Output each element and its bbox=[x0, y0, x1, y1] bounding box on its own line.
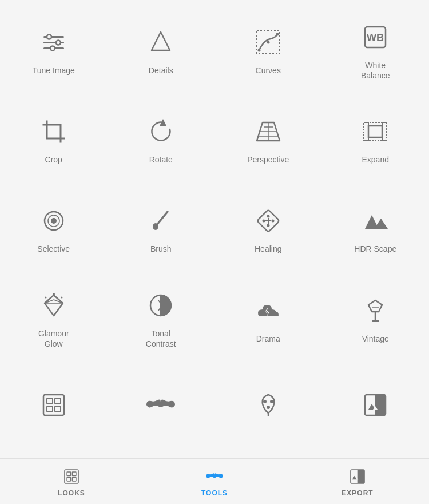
expand-icon bbox=[358, 114, 392, 149]
svg-point-44 bbox=[61, 296, 62, 298]
tool-rotate[interactable]: Rotate bbox=[108, 95, 215, 184]
tonal-contrast-icon bbox=[144, 288, 178, 323]
svg-rect-70 bbox=[67, 477, 71, 481]
svg-marker-74 bbox=[352, 475, 357, 479]
svg-rect-53 bbox=[43, 395, 64, 415]
svg-text:WB: WB bbox=[367, 32, 384, 43]
hdr-scape-icon bbox=[358, 204, 392, 238]
svg-line-28 bbox=[157, 212, 168, 224]
tool-hdr-scape[interactable]: HDR Scape bbox=[322, 184, 430, 273]
nav-tools-icon bbox=[204, 466, 225, 487]
svg-marker-49 bbox=[368, 300, 382, 312]
svg-rect-69 bbox=[72, 472, 76, 476]
svg-point-32 bbox=[267, 224, 269, 227]
tool-glamour-glow[interactable]: GlamourGlow bbox=[0, 274, 108, 363]
nav-looks-icon bbox=[61, 466, 82, 487]
expand-label: Expand bbox=[362, 154, 389, 165]
svg-rect-73 bbox=[358, 470, 364, 483]
curves-icon bbox=[251, 25, 285, 59]
svg-point-58 bbox=[263, 400, 267, 403]
svg-rect-67 bbox=[65, 470, 78, 483]
bottom-navigation: LOOKS TOOLS EXPORT bbox=[0, 458, 429, 504]
svg-rect-1 bbox=[50, 36, 64, 38]
hdr-scape-label: HDR Scape bbox=[354, 244, 396, 254]
svg-point-8 bbox=[50, 46, 55, 51]
tool-selective[interactable]: Selective bbox=[0, 184, 108, 273]
svg-point-59 bbox=[270, 400, 273, 403]
svg-marker-38 bbox=[374, 219, 388, 229]
nav-export[interactable]: EXPORT bbox=[286, 459, 429, 504]
nav-tools[interactable]: TOOLS bbox=[143, 459, 286, 504]
rotate-icon bbox=[144, 114, 178, 149]
svg-point-43 bbox=[53, 293, 55, 295]
tool-vintage[interactable]: Vintage bbox=[322, 274, 430, 363]
tool-tonal-contrast[interactable]: TonalContrast bbox=[108, 274, 215, 363]
svg-rect-54 bbox=[47, 398, 53, 404]
snapseed-icon bbox=[251, 388, 285, 422]
details-icon bbox=[144, 25, 178, 59]
rotate-label: Rotate bbox=[149, 154, 173, 165]
tool-export-icon-row[interactable] bbox=[322, 363, 430, 453]
tune-image-label: Tune Image bbox=[33, 65, 75, 76]
tool-perspective[interactable]: Perspective bbox=[214, 95, 322, 184]
tool-details[interactable]: Details bbox=[108, 6, 215, 95]
healing-label: Healing bbox=[255, 244, 281, 254]
svg-point-26 bbox=[51, 218, 57, 224]
svg-rect-24 bbox=[368, 126, 382, 137]
selective-icon bbox=[37, 204, 71, 238]
tool-tools-icon-row[interactable] bbox=[108, 363, 215, 453]
svg-rect-64 bbox=[377, 395, 386, 415]
tool-brush[interactable]: Brush bbox=[108, 184, 215, 273]
nav-looks[interactable]: LOOKS bbox=[0, 459, 143, 504]
tool-drama[interactable]: Drama bbox=[214, 274, 322, 363]
details-label: Details bbox=[149, 65, 173, 76]
export-icon bbox=[358, 388, 392, 422]
svg-point-7 bbox=[56, 41, 61, 45]
svg-marker-9 bbox=[152, 32, 170, 50]
healing-icon bbox=[251, 204, 285, 238]
svg-marker-39 bbox=[45, 295, 63, 316]
tool-expand[interactable]: Expand bbox=[322, 95, 430, 184]
svg-rect-68 bbox=[67, 472, 71, 476]
svg-point-6 bbox=[47, 35, 51, 39]
svg-rect-55 bbox=[55, 398, 61, 404]
vintage-icon bbox=[358, 293, 392, 328]
nav-looks-label: LOOKS bbox=[58, 489, 85, 497]
brush-icon bbox=[144, 204, 178, 238]
looks-grid-icon bbox=[37, 388, 71, 422]
svg-point-13 bbox=[276, 33, 279, 36]
nav-tools-label: TOOLS bbox=[201, 489, 228, 497]
tool-looks-icon-row[interactable] bbox=[0, 363, 108, 453]
crop-label: Crop bbox=[45, 154, 62, 165]
tool-tune-image[interactable]: Tune Image bbox=[0, 6, 108, 95]
nav-export-label: EXPORT bbox=[341, 489, 373, 497]
svg-rect-57 bbox=[55, 406, 61, 412]
drama-label: Drama bbox=[256, 334, 280, 344]
tool-curves[interactable]: Curves bbox=[214, 6, 322, 95]
selective-label: Selective bbox=[37, 244, 70, 254]
svg-point-60 bbox=[267, 406, 270, 409]
white-balance-icon: WB bbox=[358, 20, 392, 54]
crop-icon bbox=[37, 114, 71, 149]
tools-mustache-icon bbox=[144, 388, 178, 422]
nav-export-icon bbox=[347, 466, 368, 487]
tool-white-balance[interactable]: WB WhiteBalance bbox=[322, 6, 430, 95]
tool-crop[interactable]: Crop bbox=[0, 95, 108, 184]
curves-label: Curves bbox=[256, 65, 281, 76]
brush-label: Brush bbox=[150, 244, 172, 254]
svg-point-34 bbox=[271, 220, 274, 223]
svg-point-12 bbox=[267, 41, 269, 44]
svg-rect-56 bbox=[47, 406, 53, 412]
svg-point-31 bbox=[267, 215, 269, 218]
svg-point-11 bbox=[257, 49, 260, 52]
perspective-label: Perspective bbox=[247, 154, 289, 165]
glamour-glow-icon bbox=[37, 288, 71, 323]
tools-grid: Tune Image Details Curves bbox=[0, 0, 429, 458]
perspective-icon bbox=[251, 114, 285, 149]
tonal-contrast-label: TonalContrast bbox=[146, 328, 176, 349]
vintage-label: Vintage bbox=[362, 334, 389, 344]
tool-healing[interactable]: Healing bbox=[214, 184, 322, 273]
tool-snapseed-icon-row[interactable] bbox=[214, 363, 322, 453]
white-balance-label: WhiteBalance bbox=[361, 60, 390, 81]
svg-point-29 bbox=[153, 223, 158, 230]
